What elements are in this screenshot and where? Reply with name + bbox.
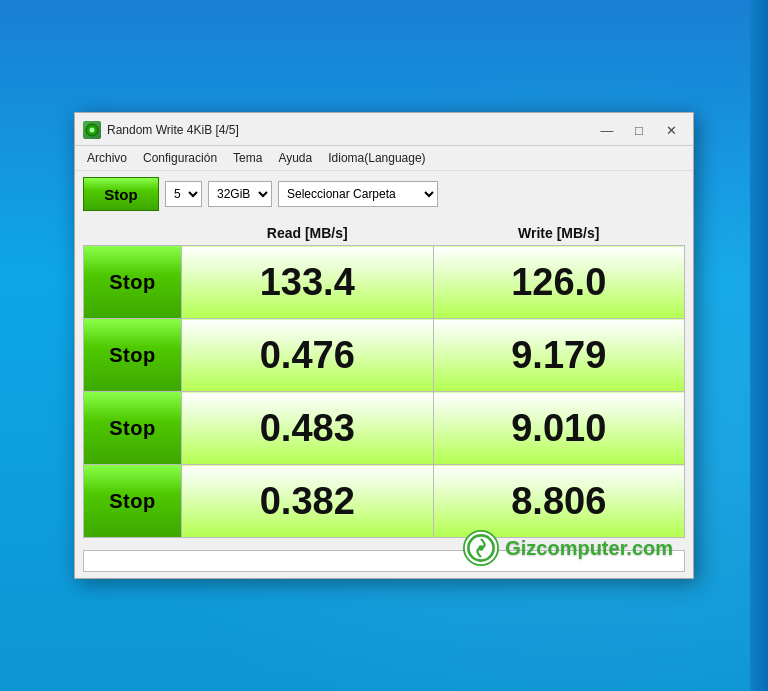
benchmark-table: Read [MB/s] Write [MB/s] Stop133.4126.0S… bbox=[83, 221, 685, 538]
stop-cell-2: Stop bbox=[84, 392, 182, 465]
app-window: Random Write 4KiB [4/5] — □ ✕ Archivo Co… bbox=[74, 112, 694, 579]
table-row: Stop133.4126.0 bbox=[84, 246, 685, 319]
watermark-text: Gizcomputer.com bbox=[505, 537, 673, 560]
window-title: Random Write 4KiB [4/5] bbox=[107, 123, 593, 137]
stop-button-1[interactable]: Stop bbox=[84, 319, 181, 391]
menu-configuracion[interactable]: Configuración bbox=[135, 148, 225, 168]
table-row: Stop0.4769.179 bbox=[84, 319, 685, 392]
menu-ayuda[interactable]: Ayuda bbox=[270, 148, 320, 168]
toolbar: Stop 5 3 1 32GiB 16GiB 8GiB 4GiB 1GiB Se… bbox=[75, 171, 693, 217]
col-write-header: Write [MB/s] bbox=[433, 221, 685, 246]
read-value-2: 0.483 bbox=[182, 392, 434, 465]
svg-point-4 bbox=[478, 545, 483, 550]
app-icon bbox=[83, 121, 101, 139]
stop-cell-0: Stop bbox=[84, 246, 182, 319]
size-select[interactable]: 32GiB 16GiB 8GiB 4GiB 1GiB bbox=[208, 181, 272, 207]
col-stop-header bbox=[84, 221, 182, 246]
stop-button-0[interactable]: Stop bbox=[84, 246, 181, 318]
read-value-3: 0.382 bbox=[182, 465, 434, 538]
stop-cell-3: Stop bbox=[84, 465, 182, 538]
table-row: Stop0.4839.010 bbox=[84, 392, 685, 465]
menu-bar: Archivo Configuración Tema Ayuda Idioma(… bbox=[75, 146, 693, 171]
svg-point-1 bbox=[90, 128, 95, 133]
title-bar: Random Write 4KiB [4/5] — □ ✕ bbox=[75, 113, 693, 146]
write-value-3: 8.806 bbox=[433, 465, 685, 538]
benchmark-area: Read [MB/s] Write [MB/s] Stop133.4126.0S… bbox=[75, 217, 693, 546]
watermark: Gizcomputer.com bbox=[463, 530, 673, 566]
read-value-1: 0.476 bbox=[182, 319, 434, 392]
menu-archivo[interactable]: Archivo bbox=[79, 148, 135, 168]
read-value-0: 133.4 bbox=[182, 246, 434, 319]
maximize-button[interactable]: □ bbox=[625, 119, 653, 141]
write-value-1: 9.179 bbox=[433, 319, 685, 392]
stop-cell-1: Stop bbox=[84, 319, 182, 392]
toolbar-stop-button[interactable]: Stop bbox=[83, 177, 159, 211]
col-read-header: Read [MB/s] bbox=[182, 221, 434, 246]
minimize-button[interactable]: — bbox=[593, 119, 621, 141]
folder-select[interactable]: Seleccionar Carpeta bbox=[278, 181, 438, 207]
stop-button-3[interactable]: Stop bbox=[84, 465, 181, 537]
table-header-row: Read [MB/s] Write [MB/s] bbox=[84, 221, 685, 246]
menu-idioma[interactable]: Idioma(Language) bbox=[320, 148, 433, 168]
watermark-icon bbox=[463, 530, 499, 566]
write-value-0: 126.0 bbox=[433, 246, 685, 319]
count-select[interactable]: 5 3 1 bbox=[165, 181, 202, 207]
taskbar-edge bbox=[750, 0, 768, 691]
write-value-2: 9.010 bbox=[433, 392, 685, 465]
stop-button-2[interactable]: Stop bbox=[84, 392, 181, 464]
table-row: Stop0.3828.806 bbox=[84, 465, 685, 538]
close-button[interactable]: ✕ bbox=[657, 119, 685, 141]
window-controls: — □ ✕ bbox=[593, 119, 685, 141]
menu-tema[interactable]: Tema bbox=[225, 148, 270, 168]
